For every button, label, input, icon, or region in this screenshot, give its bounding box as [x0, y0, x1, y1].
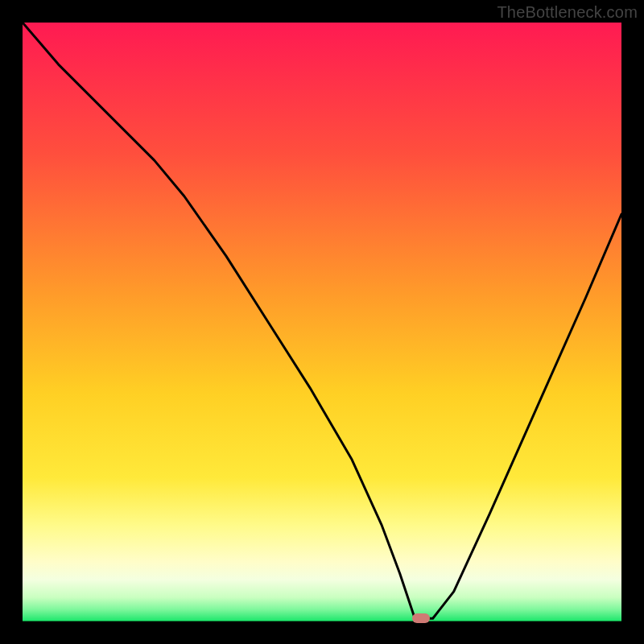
bottleneck-curve: [23, 23, 621, 621]
attribution-text: TheBottleneck.com: [497, 3, 638, 22]
plot-area: [23, 23, 621, 621]
optimal-marker: [412, 613, 430, 623]
chart-stage: TheBottleneck.com: [0, 0, 644, 644]
